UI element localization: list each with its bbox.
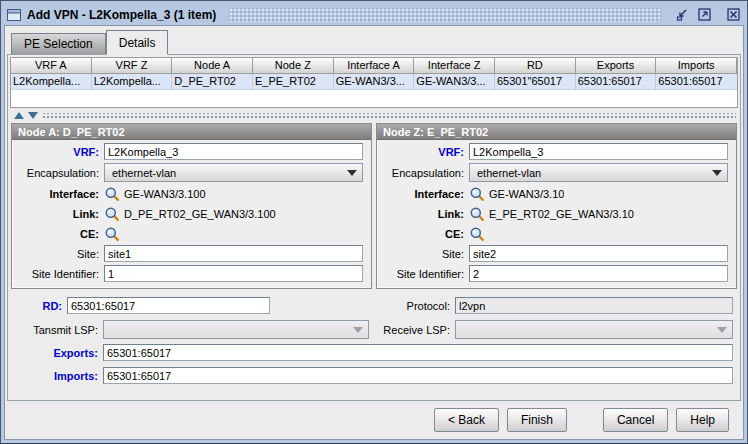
triangle-down-icon[interactable] [28,112,38,119]
ce-label: CE: [16,228,104,240]
ce-label: CE: [381,228,469,240]
magnifier-icon[interactable] [104,206,120,222]
protocol-field [455,297,733,314]
column-header-vrf-z[interactable]: VRF Z [92,58,173,74]
protocol-label: Protocol: [379,300,455,312]
table-cell-node-a[interactable]: D_PE_RT02 [172,74,253,90]
site-label: Site: [381,248,469,260]
window-icon [6,7,22,23]
vpn-table-scrollpane: VRF A VRF Z Node A Node Z Interface A In… [10,57,738,108]
node-a-link-value: D_PE_RT02_GE_WAN3/3.100 [124,208,276,220]
link-label: Link: [381,208,469,220]
chevron-down-icon [717,327,727,333]
imports-label: Imports: [15,370,103,382]
node-panels: Node A: D_PE_RT02 VRF: Encapsulation: et… [11,123,737,289]
node-z-vrf-field[interactable] [469,143,728,160]
chevron-down-icon [353,327,363,333]
dialog-content: PE Selection Details VRF A VRF Z Node A … [4,25,744,440]
chevron-down-icon [712,170,722,176]
tab-bar: PE Selection Details [7,28,741,54]
site-identifier-label: Site Identifier: [16,268,104,280]
magnifier-icon[interactable] [104,186,120,202]
interface-label: Interface: [16,188,104,200]
vrf-label: VRF: [16,146,104,158]
encapsulation-label: Encapsulation: [381,167,469,179]
node-z-encapsulation-value: ethernet-vlan [477,167,541,179]
table-cell-interface-z[interactable]: GE-WAN3/3... [414,74,495,90]
close-icon[interactable] [725,6,742,23]
node-a-site-identifier-field[interactable] [104,265,363,282]
tab-pe-selection[interactable]: PE Selection [11,33,106,54]
node-a-encapsulation-value: ethernet-vlan [112,167,176,179]
vrf-label: VRF: [381,146,469,158]
finish-button[interactable]: Finish [507,408,567,432]
node-a-vrf-field[interactable] [104,143,363,160]
add-vpn-dialog: Add VPN - L2Kompella_3 (1 item) [0,0,748,444]
node-a-encapsulation-dropdown[interactable]: ethernet-vlan [104,163,363,182]
transmit-lsp-dropdown [103,320,369,339]
site-label: Site: [16,248,104,260]
table-empty-area [11,90,737,107]
receive-lsp-label: Receive LSP: [379,324,455,336]
link-label: Link: [16,208,104,220]
rd-label: RD: [15,300,67,312]
vpn-common-fields: RD: Protocol: Tansmit LSP: [15,296,733,400]
column-header-node-a[interactable]: Node A [172,58,253,74]
table-cell-node-z[interactable]: E_PE_RT02 [253,74,334,90]
titlebar-texture [229,8,661,22]
node-a-panel: Node A: D_PE_RT02 VRF: Encapsulation: et… [11,123,372,289]
node-z-panel-title: Node Z: E_PE_RT02 [377,124,736,140]
column-header-imports[interactable]: Imports [656,58,737,74]
site-identifier-label: Site Identifier: [381,268,469,280]
node-z-site-field[interactable] [469,245,728,262]
minimize-icon[interactable] [674,6,691,23]
node-z-site-identifier-field[interactable] [469,265,728,282]
back-button[interactable]: < Back [434,408,499,432]
cancel-button[interactable]: Cancel [603,408,668,432]
node-z-panel: Node Z: E_PE_RT02 VRF: Encapsulation: et… [376,123,737,289]
help-button[interactable]: Help [676,408,729,432]
vpn-table: VRF A VRF Z Node A Node Z Interface A In… [11,58,737,90]
node-a-interface-value: GE-WAN3/3.100 [124,188,206,200]
magnifier-icon[interactable] [104,226,120,242]
table-cell-interface-a[interactable]: GE-WAN3/3... [334,74,415,90]
node-a-panel-title: Node A: D_PE_RT02 [12,124,371,140]
column-header-interface-z[interactable]: Interface Z [414,58,495,74]
split-pane-divider[interactable] [10,111,738,120]
title-bar[interactable]: Add VPN - L2Kompella_3 (1 item) [4,4,744,25]
table-cell-imports[interactable]: 65301:65017 [656,74,737,90]
receive-lsp-dropdown [455,320,733,339]
rd-field[interactable] [67,297,270,314]
column-header-interface-a[interactable]: Interface A [334,58,415,74]
transmit-lsp-label: Tansmit LSP: [15,324,103,336]
encapsulation-label: Encapsulation: [16,167,104,179]
magnifier-icon[interactable] [469,186,485,202]
maximize-icon[interactable] [696,6,713,23]
chevron-down-icon [347,170,357,176]
window-title: Add VPN - L2Kompella_3 (1 item) [27,8,216,22]
node-z-encapsulation-dropdown[interactable]: ethernet-vlan [469,163,728,182]
column-header-vrf-a[interactable]: VRF A [11,58,92,74]
divider-texture [42,113,736,119]
imports-field[interactable] [103,367,733,384]
interface-label: Interface: [381,188,469,200]
magnifier-icon[interactable] [469,206,485,222]
exports-field[interactable] [103,344,733,361]
dialog-button-bar: < Back Finish Cancel Help [7,401,741,439]
column-header-rd[interactable]: RD [495,58,576,74]
node-a-site-field[interactable] [104,245,363,262]
details-tab-panel: VRF A VRF Z Node A Node Z Interface A In… [7,54,741,401]
table-cell-vrf-z[interactable]: L2Kompella... [92,74,173,90]
magnifier-icon[interactable] [469,226,485,242]
node-z-interface-value: GE-WAN3/3.10 [489,188,564,200]
tab-details[interactable]: Details [106,30,169,55]
column-header-exports[interactable]: Exports [576,58,657,74]
table-cell-exports[interactable]: 65301:65017 [576,74,657,90]
table-cell-rd[interactable]: 65301"65017 [495,74,576,90]
column-header-node-z[interactable]: Node Z [253,58,334,74]
exports-label: Exports: [15,347,103,359]
table-cell-vrf-a[interactable]: L2Kompella... [11,74,92,90]
triangle-up-icon[interactable] [14,112,24,119]
node-z-link-value: E_PE_RT02_GE_WAN3/3.10 [489,208,634,220]
